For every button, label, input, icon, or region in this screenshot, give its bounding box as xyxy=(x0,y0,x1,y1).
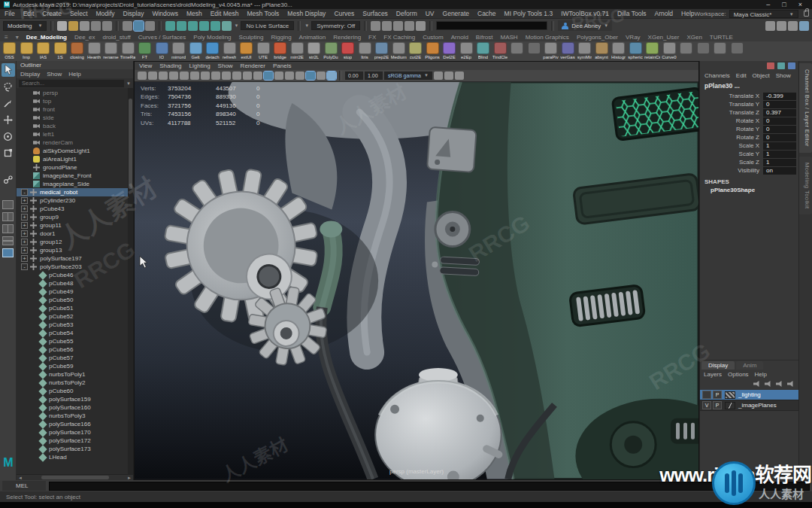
render-view-icon[interactable] xyxy=(371,21,380,31)
outliner-item[interactable]: pCube57 xyxy=(17,354,133,362)
shelf-button[interactable]: prep2E xyxy=(374,42,389,60)
channel-value-field[interactable]: on xyxy=(763,167,796,175)
shelf-button[interactable]: symMir xyxy=(577,42,592,60)
shelf-button[interactable]: Pligons xyxy=(425,42,441,60)
object-name[interactable]: pPlane30 ... xyxy=(700,80,798,91)
shelf-tab[interactable]: Custom xyxy=(423,34,444,41)
channel-value-field[interactable]: 0 xyxy=(763,134,796,141)
outliner-item[interactable]: + group13 xyxy=(17,246,133,254)
layer-swatch[interactable] xyxy=(725,391,735,399)
menu-item[interactable]: Edit Mesh xyxy=(211,10,239,17)
xray-icon[interactable] xyxy=(444,71,453,80)
shelf-button[interactable]: Itris xyxy=(357,42,373,60)
layer-playback-toggle[interactable]: P xyxy=(713,391,722,399)
shelf-tab[interactable]: Polygons_Ober xyxy=(577,34,618,41)
shelf-button[interactable]: Del2E xyxy=(441,42,457,60)
shelf-button[interactable]: extUI xyxy=(238,42,254,60)
tab-channel-box[interactable]: Channel Box / Layer Editor xyxy=(799,63,812,153)
shelf-button[interactable]: Curve0 xyxy=(662,42,677,60)
shelf-button[interactable]: str2L xyxy=(306,42,322,60)
layout-persp-outliner-button[interactable] xyxy=(2,236,14,245)
menu-item[interactable]: Mesh Display xyxy=(287,10,326,17)
layout-two-pane-button[interactable] xyxy=(2,224,14,233)
outliner-item[interactable]: polySurface166 xyxy=(17,420,133,428)
shelf-button[interactable]: mirrord xyxy=(171,42,186,60)
lock-camera-icon[interactable] xyxy=(148,71,157,80)
shelf-button[interactable]: retainCs xyxy=(644,42,660,60)
command-input[interactable] xyxy=(49,482,810,491)
shelf-button[interactable]: spheric xyxy=(628,42,644,60)
grid-icon[interactable] xyxy=(190,71,199,80)
snap-projected-center-icon[interactable] xyxy=(199,21,209,31)
tab-display-layers[interactable]: Display xyxy=(701,361,735,370)
outliner-item[interactable]: nurbsToPoly2 xyxy=(17,379,133,387)
tab-anim-layers[interactable]: Anim xyxy=(736,361,763,370)
select-component-icon[interactable] xyxy=(145,21,155,31)
tab-modeling-toolkit[interactable]: Modeling Toolkit xyxy=(799,157,812,215)
outliner-item[interactable]: pCube51 xyxy=(17,304,133,312)
pause-icon[interactable] xyxy=(416,21,426,31)
channel-value-field[interactable]: 0 xyxy=(763,101,796,108)
outliner-item[interactable]: nurbsToPoly3 xyxy=(17,412,133,420)
snap-view-plane-icon[interactable] xyxy=(211,21,220,31)
symmetry-field[interactable]: Symmetry: Off xyxy=(311,21,360,30)
exposure-field[interactable]: 0.00 xyxy=(345,71,363,80)
panel-menu-item[interactable]: View xyxy=(139,62,152,69)
shelf-button[interactable]: OSS xyxy=(2,42,17,60)
outliner-item[interactable]: - medical_robot xyxy=(17,188,133,196)
outliner-item[interactable]: polySurface170 xyxy=(17,428,133,437)
shelf-button[interactable]: TimeRa xyxy=(120,42,136,60)
outliner-item[interactable]: pCube49 xyxy=(17,287,133,296)
layer-row[interactable]: V P _imagePlanes xyxy=(700,400,798,411)
shelf-button[interactable]: verGas xyxy=(560,42,576,60)
outliner-item[interactable]: polySurface173 xyxy=(17,445,133,453)
tool-settings-toggle-icon[interactable] xyxy=(777,21,786,31)
open-scene-icon[interactable] xyxy=(68,21,78,31)
menu-item[interactable]: Deform xyxy=(396,10,417,17)
shelf-tab[interactable]: Poly Modeling xyxy=(193,34,231,41)
panel-menu-item[interactable]: Lighting xyxy=(189,62,211,69)
outliner-item[interactable]: LHead xyxy=(17,453,133,461)
close-button[interactable]: × xyxy=(798,1,802,8)
expand-toggle-icon[interactable]: - xyxy=(21,189,28,196)
viewport-panel[interactable]: ViewShadingLightingShowRendererPanels 0.… xyxy=(134,61,699,480)
menu-item[interactable]: Edit xyxy=(23,10,35,17)
layer-menu-item[interactable]: Layers xyxy=(704,371,722,378)
menu-item[interactable]: Mesh Tools xyxy=(247,10,280,17)
expand-toggle-icon[interactable]: + xyxy=(21,205,28,212)
redo-icon[interactable] xyxy=(102,21,112,31)
lock-workspace-icon[interactable] xyxy=(804,11,809,17)
new-layer-icon[interactable] xyxy=(787,381,795,387)
expand-toggle-icon[interactable]: + xyxy=(21,255,28,262)
render-current-frame-icon[interactable] xyxy=(382,21,392,31)
expand-toggle-icon[interactable]: + xyxy=(21,247,28,254)
minimize-button[interactable]: – xyxy=(766,1,770,8)
film-gate-icon[interactable] xyxy=(201,71,210,80)
outliner-item[interactable]: nurbsToPoly1 xyxy=(17,370,133,379)
layout-single-pane-button[interactable] xyxy=(2,200,14,209)
menu-item[interactable]: Surfaces xyxy=(362,10,388,17)
outliner-item[interactable]: aiSkyDomeLight1 xyxy=(17,147,133,155)
shelf-button[interactable]: absynt xyxy=(594,42,610,60)
expand-toggle-icon[interactable]: + xyxy=(21,230,28,237)
shelf-button[interactable] xyxy=(526,42,542,60)
channel-box-menu-item[interactable]: Edit xyxy=(736,72,747,79)
move-layer-down-icon[interactable] xyxy=(765,381,772,387)
chevron-down-icon[interactable]: ▼ xyxy=(304,23,309,28)
gamma-field[interactable]: 1.00 xyxy=(365,71,383,80)
scroll-left-icon[interactable]: ◄ xyxy=(18,476,23,480)
expand-toggle-icon[interactable]: - xyxy=(21,263,28,270)
shelf-button[interactable]: Hearth xyxy=(86,42,102,60)
filter-icon[interactable]: ▼ xyxy=(126,81,131,86)
field-chart-icon[interactable] xyxy=(232,71,241,80)
shelf-button[interactable]: refresh xyxy=(222,42,238,60)
camera-attributes-icon[interactable] xyxy=(159,71,168,80)
menu-set-dropdown[interactable]: Modeling▼ xyxy=(3,21,47,31)
shadows-icon[interactable] xyxy=(317,71,326,80)
expand-toggle-icon[interactable]: + xyxy=(21,197,28,204)
rotate-tool[interactable] xyxy=(2,129,15,143)
outliner-item[interactable]: back xyxy=(17,122,133,130)
outliner-item[interactable]: - polySurface203 xyxy=(17,263,133,271)
shelf-button[interactable]: paraPiv xyxy=(543,42,559,60)
joint-tool[interactable] xyxy=(2,173,15,187)
